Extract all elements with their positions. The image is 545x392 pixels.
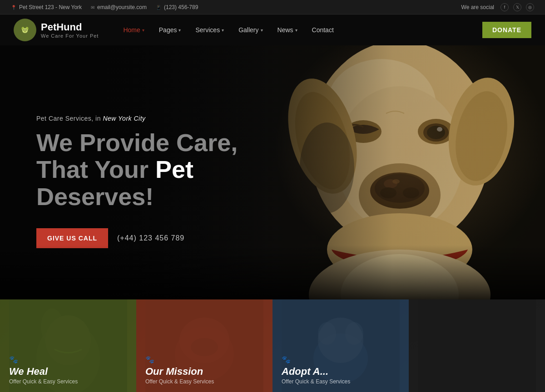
email-item[interactable]: email@yoursite.com — [91, 4, 147, 10]
card-1-title: We Heal — [9, 366, 127, 377]
hero-section: Pet Care Services, in New York City We P… — [0, 45, 545, 299]
facebook-icon[interactable]: f — [500, 3, 509, 11]
address-text: Pet Street 123 - New York — [19, 4, 82, 10]
card-2-title: Our Mission — [145, 366, 263, 377]
nav-links: Home ▾ Pages ▾ Services ▾ Gallery ▾ News… — [117, 23, 482, 37]
top-bar-left: Pet Street 123 - New York email@yoursite… — [11, 4, 198, 10]
card-3-paw-icon: 🐾 — [282, 355, 400, 364]
hero-title: We Provide Care, That Your Pet Deserves! — [36, 129, 282, 210]
card-2-content: 🐾 Our Mission Offer Quick & Easy Service… — [136, 348, 272, 392]
logo-title: PetHund — [41, 21, 99, 33]
svg-point-4 — [24, 29, 25, 30]
nav-home[interactable]: Home ▾ — [117, 23, 150, 37]
address-item: Pet Street 123 - New York — [11, 4, 82, 10]
card-adopt[interactable]: 🐾 Adopt A... Offer Quick & Easy Services — [272, 299, 409, 392]
email-text: email@yoursite.com — [97, 4, 147, 10]
home-chevron: ▾ — [142, 28, 144, 33]
card-we-heal[interactable]: 🐾 We Heal Offer Quick & Easy Services — [0, 299, 136, 392]
twitter-icon[interactable]: 𝕏 — [513, 3, 521, 11]
news-chevron: ▾ — [295, 28, 297, 33]
card-1-desc: Offer Quick & Easy Services — [9, 378, 127, 385]
card-2-desc: Offer Quick & Easy Services — [145, 378, 263, 385]
topbar-phone-text: (123) 456-789 — [164, 4, 198, 10]
card-3-title: Adopt A... — [282, 366, 400, 377]
svg-point-3 — [22, 28, 28, 33]
navbar: PetHund We Care For Your Pet Home ▾ Page… — [0, 15, 545, 45]
nav-pages[interactable]: Pages ▾ — [153, 23, 188, 37]
cards-section: 🐾 We Heal Offer Quick & Easy Services 🐾 … — [0, 299, 545, 392]
location-icon — [11, 5, 16, 10]
svg-point-6 — [24, 31, 26, 32]
mail-icon — [91, 5, 94, 10]
top-bar-right: We are social f 𝕏 ◎ — [461, 3, 534, 11]
svg-point-5 — [25, 29, 26, 30]
instagram-icon[interactable]: ◎ — [526, 3, 534, 11]
gallery-chevron: ▾ — [261, 28, 263, 33]
hero-subtitle: Pet Care Services, in New York City — [36, 115, 282, 122]
hero-bottom-fade — [0, 245, 545, 299]
top-bar: Pet Street 123 - New York email@yoursite… — [0, 0, 545, 15]
pages-chevron: ▾ — [178, 28, 181, 33]
logo[interactable]: PetHund We Care For Your Pet — [14, 19, 99, 41]
hero-bold: Pet — [155, 156, 193, 183]
hero-phone: (+44) 123 456 789 — [117, 234, 184, 242]
nav-gallery[interactable]: Gallery ▾ — [232, 23, 269, 37]
card-2-paw-icon: 🐾 — [145, 355, 263, 364]
card-3-desc: Offer Quick & Easy Services — [282, 378, 400, 385]
services-chevron: ▾ — [222, 28, 224, 33]
card-our-mission[interactable]: 🐾 Our Mission Offer Quick & Easy Service… — [136, 299, 272, 392]
nav-news[interactable]: News ▾ — [271, 23, 304, 37]
logo-subtitle: We Care For Your Pet — [41, 33, 99, 39]
phone-icon — [156, 5, 161, 10]
card-1-paw-icon: 🐾 — [9, 355, 127, 364]
card-4[interactable] — [409, 299, 545, 392]
nav-services[interactable]: Services ▾ — [189, 23, 230, 37]
logo-icon — [14, 19, 36, 41]
donate-button[interactable]: DONATE — [482, 22, 531, 38]
card-1-content: 🐾 We Heal Offer Quick & Easy Services — [0, 348, 136, 392]
card-4-content — [409, 377, 545, 392]
card-3-content: 🐾 Adopt A... Offer Quick & Easy Services — [272, 348, 409, 392]
social-label: We are social — [461, 4, 494, 10]
logo-text: PetHund We Care For Your Pet — [41, 21, 99, 39]
nav-contact[interactable]: Contact — [306, 23, 340, 37]
phone-item[interactable]: (123) 456-789 — [156, 4, 198, 10]
